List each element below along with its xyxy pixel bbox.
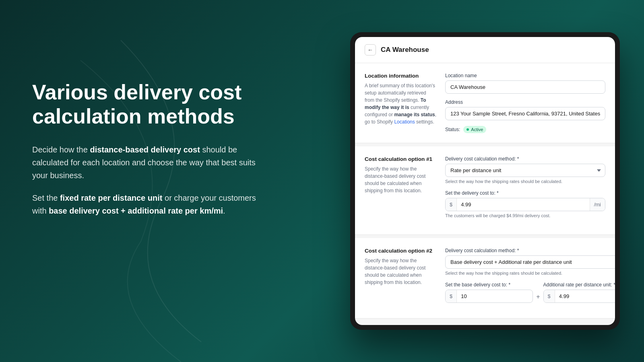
cost-option2-right: Delivery cost calculation method: * Base… [445, 248, 615, 309]
delivery-cost1-label: Set the delivery cost to: * [445, 190, 605, 196]
dual-cost-row: Set the base delivery cost to: * $ + Add… [445, 282, 615, 309]
location-name-field: Location name [445, 73, 605, 94]
paragraph-1: Decide how the distance-based delivery c… [32, 143, 266, 182]
main-heading: Various delivery cost calculation method… [32, 80, 266, 129]
left-panel: Various delivery cost calculation method… [32, 80, 266, 227]
address-field: Address [445, 99, 605, 120]
cost1-suffix: /mi [590, 198, 605, 211]
delivery-cost1-field: Set the delivery cost to: * $ /mi The cu… [445, 190, 605, 219]
location-section-left: Location information A brief summary of … [365, 73, 445, 133]
delivery-cost1-input-group: $ /mi [445, 198, 605, 211]
cost1-hint: The customers will be charged $4.99/mi d… [445, 213, 605, 219]
base-cost-input[interactable] [457, 290, 533, 302]
cost-option1-description: Specify the way how the distance-based d… [365, 165, 437, 194]
method1-hint: Select the way how the shipping rates sh… [445, 179, 605, 185]
location-section-description: A brief summary of this location's setup… [365, 82, 437, 125]
location-section: Location information A brief summary of … [355, 63, 615, 143]
location-name-input[interactable] [445, 80, 605, 94]
plus-sign: + [536, 282, 540, 300]
additional-cost-prefix: $ [544, 290, 555, 302]
cost1-input[interactable] [457, 198, 589, 211]
locations-link[interactable]: Locations [394, 119, 415, 125]
device-screen: ← CA Warehouse Location information A br… [355, 37, 615, 325]
base-cost-field: Set the base delivery cost to: * $ [445, 282, 533, 303]
status-label: Status: [445, 127, 460, 132]
cost-option2-title: Cost calculation option #2 [365, 248, 437, 254]
cost-option2-description: Specify the way how the distance-based d… [365, 257, 437, 286]
address-label: Address [445, 99, 605, 105]
additional-cost-field: Additional rate per distance unit: * $ /… [543, 282, 615, 303]
status-dot [466, 128, 469, 131]
location-section-title: Location information [365, 73, 437, 79]
base-cost-prefix: $ [446, 290, 457, 302]
status-value: Active [471, 127, 483, 132]
location-section-right: Location name Address Status: Active [445, 73, 605, 133]
method2-select[interactable]: Base delivery cost + Additional rate per… [445, 255, 615, 269]
back-button[interactable]: ← [365, 44, 376, 56]
cost-option2-left: Cost calculation option #2 Specify the w… [365, 248, 445, 309]
cost-option1-left: Cost calculation option #1 Specify the w… [365, 156, 445, 225]
cost-option1-title: Cost calculation option #1 [365, 156, 437, 162]
address-input[interactable] [445, 107, 605, 120]
additional-cost-input[interactable] [555, 290, 615, 302]
base-cost-label: Set the base delivery cost to: * [445, 282, 533, 288]
base-cost-input-group: $ [445, 290, 533, 303]
device-frame: ← CA Warehouse Location information A br… [350, 32, 620, 330]
method2-label: Delivery cost calculation method: * [445, 248, 615, 253]
paragraph-2: Set the fixed rate per distance unit or … [32, 191, 266, 217]
app-content: ← CA Warehouse Location information A br… [355, 37, 615, 325]
method2-hint: Select the way how the shipping rates sh… [445, 270, 615, 276]
page-title: CA Warehouse [381, 46, 429, 54]
cost-option1-right: Delivery cost calculation method: * Rate… [445, 156, 605, 225]
cost-option2-section: Cost calculation option #2 Specify the w… [355, 238, 615, 319]
app-logo: ≡≡ octolize [355, 322, 615, 325]
additional-cost-input-group: $ /mi [543, 290, 615, 303]
app-header: ← CA Warehouse [355, 37, 615, 63]
cost-option1-section: Cost calculation option #1 Specify the w… [355, 146, 615, 235]
method1-field: Delivery cost calculation method: * Rate… [445, 156, 605, 185]
status-row: Status: Active [445, 126, 605, 133]
location-name-label: Location name [445, 73, 605, 78]
status-badge: Active [463, 126, 486, 133]
additional-cost-label: Additional rate per distance unit: * [543, 282, 615, 288]
method1-label: Delivery cost calculation method: * [445, 156, 605, 162]
method1-select[interactable]: Rate per distance unit [445, 164, 605, 177]
cost1-prefix: $ [446, 198, 457, 211]
method2-field: Delivery cost calculation method: * Base… [445, 248, 615, 276]
